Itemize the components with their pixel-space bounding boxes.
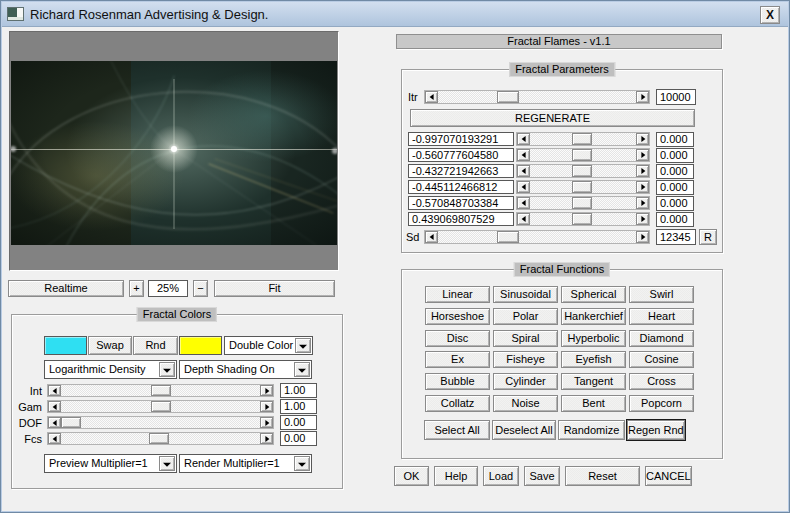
scroll-thumb[interactable] [572,181,592,193]
function-button-popcorn[interactable]: Popcorn [629,395,694,412]
slider-value-field[interactable]: 0.00 [280,415,317,430]
color-swatch-b[interactable] [179,336,222,355]
scroll-right-button[interactable] [636,91,649,103]
scroll-track[interactable] [61,417,260,428]
scroll-left-button[interactable] [48,433,61,444]
seed-value-field[interactable]: 12345 [656,229,696,245]
scroll-track[interactable] [530,133,636,145]
function-button-hankerchief[interactable]: Hankerchief [561,308,626,325]
function-button-heart[interactable]: Heart [629,308,694,325]
parameter-delta-field[interactable]: 0.000 [656,148,694,163]
slider-scrollbar[interactable] [47,384,274,397]
slider-scrollbar[interactable] [47,416,274,429]
scroll-thumb[interactable] [151,385,171,396]
function-button-disc[interactable]: Disc [425,330,490,347]
swap-colors-button[interactable]: Swap [88,336,132,355]
parameter-scrollbar[interactable] [516,164,650,178]
function-button-sinusoidal[interactable]: Sinusoidal [493,286,558,303]
slider-value-field[interactable]: 0.00 [280,431,317,446]
parameter-value-input[interactable]: 0.439069807529 [408,212,514,226]
function-button-horseshoe[interactable]: Horseshoe [425,308,490,325]
dialog-button-help[interactable]: Help [434,466,478,486]
parameter-scrollbar[interactable] [516,148,650,162]
function-button-tangent[interactable]: Tangent [561,373,626,390]
scroll-right-button[interactable] [260,417,273,428]
parameter-scrollbar[interactable] [516,180,650,194]
depth-shading-select[interactable]: Depth Shading On [179,360,312,379]
function-button-swirl[interactable]: Swirl [629,286,694,303]
scroll-track[interactable] [61,385,260,396]
scroll-right-button[interactable] [636,165,649,177]
function-button-ex[interactable]: Ex [425,351,490,368]
zoom-in-button[interactable]: + [129,280,144,297]
dialog-button-save[interactable]: Save [524,466,560,486]
scroll-thumb[interactable] [572,133,592,145]
scroll-thumb[interactable] [151,401,171,412]
scroll-left-button[interactable] [48,385,61,396]
scroll-left-button[interactable] [517,181,530,193]
scroll-thumb[interactable] [572,213,592,225]
parameter-delta-field[interactable]: 0.000 [656,196,694,211]
scroll-left-button[interactable] [517,133,530,145]
scroll-right-button[interactable] [636,213,649,225]
scroll-left-button[interactable] [425,231,438,243]
zoom-level-field[interactable]: 25% [148,280,188,297]
zoom-out-button[interactable]: − [193,280,208,297]
function-button-diamond[interactable]: Diamond [629,330,694,347]
iterations-scrollbar[interactable] [424,90,650,104]
scroll-track[interactable] [530,165,636,177]
scroll-thumb[interactable] [61,417,81,428]
dialog-button-load[interactable]: Load [483,466,519,486]
function-button-spiral[interactable]: Spiral [493,330,558,347]
scroll-track[interactable] [61,433,260,444]
dialog-button-cancel[interactable]: CANCEL [645,466,692,486]
slider-scrollbar[interactable] [47,432,274,445]
parameter-value-input[interactable]: -0.570848703384 [408,196,514,210]
scroll-right-button[interactable] [260,385,273,396]
scroll-track[interactable] [530,181,636,193]
seed-scrollbar[interactable] [424,230,650,244]
parameter-value-input[interactable]: -0.560777604580 [408,148,514,162]
scroll-track[interactable] [530,197,636,209]
parameter-delta-field[interactable]: 0.000 [656,132,694,147]
preview-multiplier-select[interactable]: Preview Multiplier=1 [44,454,177,473]
parameter-value-input[interactable]: -0.432721942663 [408,164,514,178]
scroll-track[interactable] [61,401,260,412]
scroll-thumb[interactable] [497,231,519,243]
scroll-left-button[interactable] [517,213,530,225]
random-colors-button[interactable]: Rnd [133,336,178,355]
scroll-left-button[interactable] [48,401,61,412]
density-mode-select[interactable]: Logarithmic Density [44,360,177,379]
parameter-delta-field[interactable]: 0.000 [656,164,694,179]
dropdown-arrow-icon[interactable] [295,338,311,353]
dropdown-arrow-icon[interactable] [294,456,310,471]
function-button-polar[interactable]: Polar [493,308,558,325]
double-color-select[interactable]: Double Color [224,336,313,355]
function-button-hyperbolic[interactable]: Hyperbolic [561,330,626,347]
function-button-eyefish[interactable]: Eyefish [561,351,626,368]
scroll-right-button[interactable] [260,401,273,412]
render-multiplier-select[interactable]: Render Multiplier=1 [179,454,312,473]
scroll-thumb[interactable] [572,149,592,161]
parameter-scrollbar[interactable] [516,196,650,210]
function-button-bent[interactable]: Bent [561,395,626,412]
scroll-track[interactable] [530,149,636,161]
color-swatch-a[interactable] [44,336,87,355]
fit-button[interactable]: Fit [214,280,335,297]
parameter-delta-field[interactable]: 0.000 [656,212,694,227]
scroll-left-button[interactable] [517,149,530,161]
parameter-delta-field[interactable]: 0.000 [656,180,694,195]
parameter-value-input[interactable]: -0.997070193291 [408,132,514,146]
scroll-left-button[interactable] [517,197,530,209]
scroll-right-button[interactable] [636,133,649,145]
dialog-button-ok[interactable]: OK [394,466,429,486]
parameter-scrollbar[interactable] [516,132,650,146]
function-button-spherical[interactable]: Spherical [561,286,626,303]
scroll-left-button[interactable] [517,165,530,177]
function-button-fisheye[interactable]: Fisheye [493,351,558,368]
scroll-track[interactable] [438,231,636,243]
action-button-randomize[interactable]: Randomize [558,420,625,440]
dialog-button-reset[interactable]: Reset [565,466,640,486]
action-button-select-all[interactable]: Select All [424,420,490,440]
dropdown-arrow-icon[interactable] [159,456,175,471]
